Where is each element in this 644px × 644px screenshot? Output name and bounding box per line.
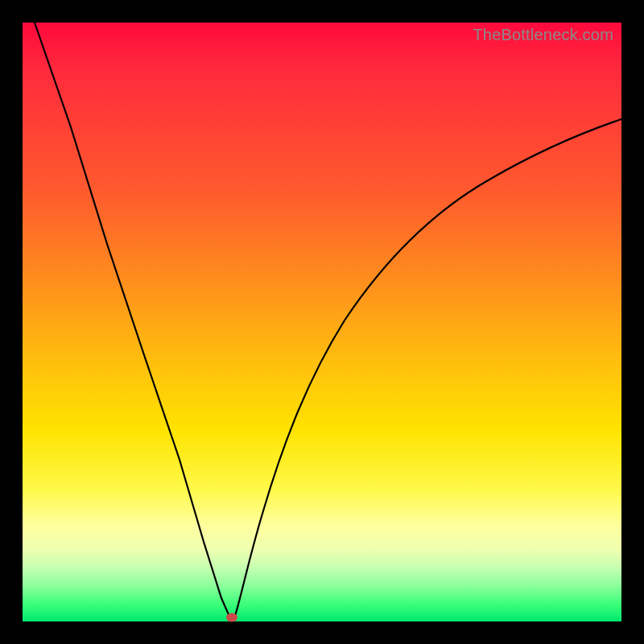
curve-layer	[23, 23, 621, 621]
curve-left-branch	[35, 23, 230, 618]
trough-marker	[226, 613, 237, 622]
curve-right-branch	[234, 119, 621, 618]
plot-area: TheBottleneck.com	[23, 23, 621, 621]
chart-frame: TheBottleneck.com	[0, 0, 644, 644]
